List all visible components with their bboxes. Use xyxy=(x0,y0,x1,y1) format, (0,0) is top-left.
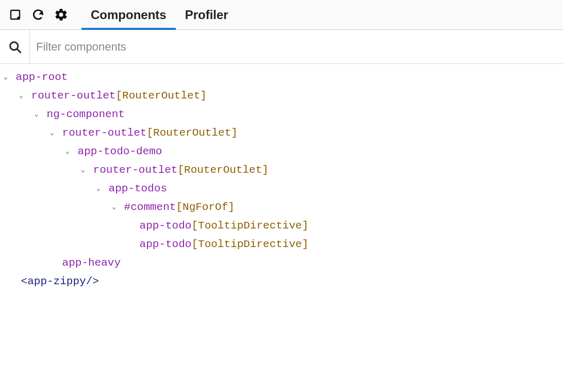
toolbar: Components Profiler xyxy=(0,0,563,30)
search-bar xyxy=(0,30,563,64)
tree-row[interactable]: ⌄ router-outlet[RouterOutlet] xyxy=(2,124,561,142)
chevron-down-icon[interactable]: ⌄ xyxy=(33,105,40,124)
component-tag: app-heavy xyxy=(62,254,121,272)
component-tag: app-todos xyxy=(109,179,167,198)
component-tag: <app-zippy/> xyxy=(21,272,99,291)
tree-row[interactable]: ⌄ app-todos xyxy=(2,179,561,198)
search-icon-container xyxy=(0,30,30,64)
tab-components[interactable]: Components xyxy=(81,0,176,30)
tree-row[interactable]: ⌄ ng-component xyxy=(2,105,561,124)
gear-icon xyxy=(54,8,68,22)
inspect-icon xyxy=(9,9,22,21)
tab-profiler[interactable]: Profiler xyxy=(176,0,238,30)
tree-row[interactable]: ⌄ app-todo-demo xyxy=(2,142,561,161)
settings-button[interactable] xyxy=(49,0,72,30)
chevron-down-icon[interactable]: ⌄ xyxy=(2,68,9,87)
reload-button[interactable] xyxy=(27,0,49,30)
component-tag: app-todo xyxy=(140,217,192,235)
component-tag: app-todo-demo xyxy=(78,142,162,161)
directive-annotation: [RouterOutlet] xyxy=(115,87,206,105)
tree-row[interactable]: ⌄ app-heavy xyxy=(2,254,561,272)
component-tag: app-todo xyxy=(140,235,192,254)
tree-row[interactable]: ⌄ app-todo[TooltipDirective] xyxy=(2,235,561,254)
tree-row[interactable]: ⌄ app-root xyxy=(2,68,561,87)
component-tree: ⌄ app-root⌄ router-outlet[RouterOutlet]⌄… xyxy=(0,64,563,295)
filter-components-input[interactable] xyxy=(30,30,563,63)
chevron-down-icon[interactable]: ⌄ xyxy=(48,124,56,142)
chevron-down-icon[interactable]: ⌄ xyxy=(110,198,118,217)
tree-row[interactable]: ⌄ <app-zippy/> xyxy=(2,272,561,291)
tab-label: Components xyxy=(91,8,167,22)
svg-point-1 xyxy=(17,17,20,20)
tab-bar: Components Profiler xyxy=(81,0,238,30)
component-tag: router-outlet xyxy=(31,87,116,105)
directive-annotation: [TooltipDirective] xyxy=(191,235,308,254)
directive-annotation: [RouterOutlet] xyxy=(146,124,237,142)
tab-label: Profiler xyxy=(185,8,228,22)
component-tag: router-outlet xyxy=(93,161,178,179)
directive-annotation: [NgForOf] xyxy=(176,198,234,217)
tree-row[interactable]: ⌄ router-outlet[RouterOutlet] xyxy=(2,161,561,179)
reload-icon xyxy=(31,8,45,22)
svg-line-3 xyxy=(17,49,20,52)
chevron-down-icon[interactable]: ⌄ xyxy=(18,87,25,105)
inspect-element-button[interactable] xyxy=(4,0,27,30)
search-icon xyxy=(8,40,22,54)
chevron-down-icon[interactable]: ⌄ xyxy=(79,161,87,179)
component-tag: router-outlet xyxy=(62,124,147,142)
chevron-down-icon[interactable]: ⌄ xyxy=(95,179,102,198)
component-tag: app-root xyxy=(16,68,68,87)
directive-annotation: [TooltipDirective] xyxy=(191,217,308,235)
component-tag: #comment xyxy=(124,198,176,217)
chevron-down-icon[interactable]: ⌄ xyxy=(64,142,71,161)
tree-row[interactable]: ⌄ router-outlet[RouterOutlet] xyxy=(2,87,561,105)
directive-annotation: [RouterOutlet] xyxy=(177,161,268,179)
tree-row[interactable]: ⌄ app-todo[TooltipDirective] xyxy=(2,217,561,235)
component-tag: ng-component xyxy=(47,105,125,124)
tree-row[interactable]: ⌄ #comment[NgForOf] xyxy=(2,198,561,217)
